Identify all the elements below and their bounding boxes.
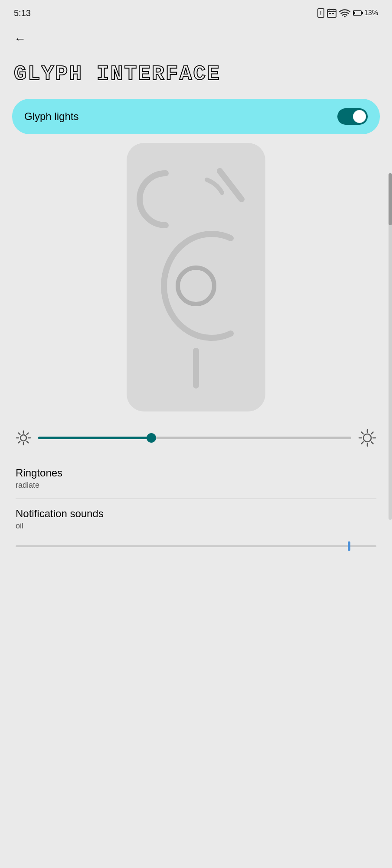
- scrollbar-track[interactable]: [389, 173, 392, 520]
- svg-line-19: [27, 433, 29, 435]
- brightness-min-icon: [16, 430, 31, 446]
- svg-text:!: !: [320, 10, 322, 16]
- settings-section: Ringtones radiate Notification sounds oi…: [0, 456, 392, 542]
- toggle-thumb: [353, 110, 366, 123]
- glyph-lights-toggle[interactable]: [337, 108, 368, 125]
- svg-line-18: [27, 441, 29, 443]
- slider-track: [38, 437, 351, 439]
- page-title-area: GLYPH INTERFACE: [0, 49, 392, 99]
- phone-back: [127, 143, 265, 411]
- svg-point-8: [344, 16, 346, 18]
- alert-icon: !: [317, 8, 324, 18]
- slider-fill: [38, 437, 151, 439]
- status-time: 5:13: [14, 8, 31, 18]
- phone-illustration: [127, 143, 265, 411]
- svg-rect-2: [327, 10, 336, 17]
- svg-line-28: [371, 432, 373, 434]
- calendar-icon: [327, 8, 336, 18]
- ringtones-item[interactable]: Ringtones radiate: [16, 460, 376, 497]
- slider-thumb: [147, 433, 156, 443]
- notification-sounds-title: Notification sounds: [16, 508, 376, 520]
- svg-point-21: [363, 434, 371, 442]
- bottom-scrollbar: [16, 545, 376, 547]
- scrollbar-thumb[interactable]: [389, 173, 392, 225]
- scrollbar-indicator: [348, 541, 350, 551]
- wifi-icon: [339, 9, 350, 17]
- svg-line-9: [220, 171, 242, 199]
- back-button[interactable]: ←: [0, 24, 392, 49]
- svg-point-10: [178, 268, 214, 304]
- notification-sounds-subtitle: oil: [16, 521, 376, 531]
- battery-percent: 13%: [364, 9, 378, 17]
- ringtones-subtitle: radiate: [16, 481, 376, 490]
- svg-line-27: [371, 442, 373, 444]
- svg-line-26: [362, 432, 363, 434]
- battery-container: [353, 10, 362, 16]
- svg-rect-6: [329, 13, 331, 14]
- brightness-row: [0, 420, 392, 456]
- svg-line-17: [19, 433, 20, 435]
- svg-rect-7: [332, 13, 334, 14]
- status-right-icons: ! 13%: [317, 8, 378, 18]
- page-title: GLYPH INTERFACE: [14, 62, 378, 86]
- phone-glyph-svg: [127, 143, 265, 411]
- divider-1: [16, 499, 376, 499]
- status-icons: ! 13%: [317, 8, 378, 18]
- battery-icon: [353, 10, 362, 16]
- brightness-max-icon: [358, 429, 376, 447]
- glyph-lights-card[interactable]: Glyph lights: [12, 99, 380, 134]
- ringtones-title: Ringtones: [16, 467, 376, 479]
- svg-line-29: [362, 442, 363, 444]
- notification-sounds-item[interactable]: Notification sounds oil: [16, 501, 376, 538]
- back-arrow-icon: ←: [14, 32, 26, 45]
- status-bar: 5:13 !: [0, 0, 392, 24]
- glyph-lights-label: Glyph lights: [24, 110, 78, 123]
- svg-point-12: [20, 435, 26, 441]
- svg-line-20: [19, 441, 20, 443]
- brightness-slider[interactable]: [38, 436, 351, 440]
